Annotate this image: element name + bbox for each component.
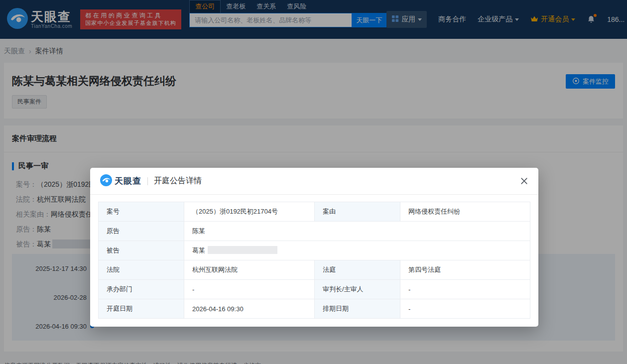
label-schedule-date: 排期日期	[315, 299, 400, 319]
value-cause: 网络侵权责任纠纷	[400, 202, 530, 222]
modal-brand-name: 天眼查	[115, 175, 141, 187]
label-plaintiff: 原告	[99, 222, 184, 241]
tianyancha-logo-icon	[100, 174, 112, 188]
label-case-no: 案号	[99, 202, 184, 222]
modal-header: 天眼查 开庭公告详情	[90, 168, 538, 195]
modal-body: 案号 （2025）浙0192民初21704号 案由 网络侵权责任纠纷 原告 陈某…	[90, 195, 538, 327]
table-row: 开庭日期 2026-04-16 09:30 排期日期 -	[99, 299, 530, 319]
label-hearing-date: 开庭日期	[99, 299, 184, 319]
defendant-name: 葛某	[192, 246, 205, 254]
value-case-no: （2025）浙0192民初21704号	[184, 202, 315, 222]
table-row: 被告 葛某	[99, 241, 530, 260]
modal-title: 开庭公告详情	[154, 176, 202, 186]
label-judge: 审判长/主审人	[315, 280, 400, 299]
label-department: 承办部门	[99, 280, 184, 299]
label-court: 法院	[99, 260, 184, 280]
label-defendant: 被告	[99, 241, 184, 260]
modal-close-button[interactable]	[518, 175, 530, 187]
value-hearing-date: 2026-04-16 09:30	[184, 299, 315, 319]
value-court: 杭州互联网法院	[184, 260, 315, 280]
value-defendant: 葛某	[184, 241, 530, 260]
hearing-detail-table: 案号 （2025）浙0192民初21704号 案由 网络侵权责任纠纷 原告 陈某…	[98, 202, 530, 319]
value-plaintiff: 陈某	[184, 222, 530, 241]
value-schedule-date: -	[400, 299, 530, 319]
value-department: -	[184, 280, 315, 299]
divider	[147, 177, 148, 185]
value-judge: -	[400, 280, 530, 299]
label-courtroom: 法庭	[315, 260, 400, 280]
table-row: 案号 （2025）浙0192民初21704号 案由 网络侵权责任纠纷	[99, 202, 530, 222]
value-courtroom: 第四号法庭	[400, 260, 530, 280]
hearing-detail-modal: 天眼查 开庭公告详情 案号 （2025）浙0192民初21704号 案由 网络侵…	[90, 168, 538, 327]
table-row: 法院 杭州互联网法院 法庭 第四号法庭	[99, 260, 530, 280]
label-cause: 案由	[315, 202, 400, 222]
table-row: 承办部门 - 审判长/主审人 -	[99, 280, 530, 299]
page: 天眼查 TianYanCha.com 都在用的商业查询工具 国家中小企业发展子基…	[0, 0, 627, 364]
table-row: 原告 陈某	[99, 222, 530, 241]
redacted-block	[208, 246, 277, 254]
